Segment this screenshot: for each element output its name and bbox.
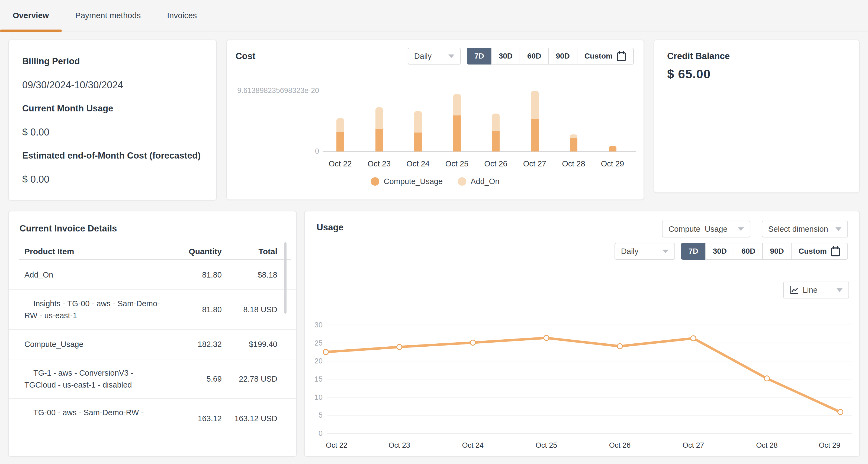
usage-data-point (691, 336, 696, 341)
usage-x-tick: Oct 24 (462, 441, 484, 450)
col-total: Total (222, 247, 277, 256)
current-month-usage-label: Current Month Usage (22, 102, 206, 114)
addon-segment (570, 134, 578, 138)
col-quantity: Quantity (167, 247, 222, 256)
usage-y-tick: 0 (318, 429, 322, 437)
cost-bar-oct-26 (492, 114, 500, 152)
usage-y-tick: 10 (314, 393, 322, 401)
usage-y-tick: 20 (314, 357, 322, 365)
cost-bar-oct-28 (570, 134, 578, 152)
cost-x-tick: Oct 24 (399, 159, 437, 168)
invoice-row: Insights - TG-00 - aws - Sam-Demo-RW - u… (9, 290, 296, 330)
addon-segment (414, 111, 422, 132)
invoice-title: Current Invoice Details (20, 223, 117, 234)
cost-bar-oct-22 (336, 118, 344, 152)
credit-balance-card: Credit Balance $ 65.00 (654, 39, 860, 193)
legend-dot-icon (458, 177, 466, 186)
cost-x-tick: Oct 26 (477, 159, 515, 168)
compute-segment (453, 116, 461, 152)
cost-bar-oct-24 (414, 111, 422, 152)
invoice-item-name: Insights - TG-00 - aws - Sam-Demo-RW - u… (24, 290, 167, 329)
usage-data-point (544, 335, 549, 340)
invoice-item-name: TG-1 - aws - ConversionV3 - TGCloud - us… (24, 360, 167, 398)
estimated-cost-label: Estimated end-of-Month Cost (forecasted) (22, 150, 206, 161)
usage-x-tick: Oct 23 (389, 441, 410, 450)
compute-segment (531, 119, 539, 152)
tab-payment-methods[interactable]: Payment methods (75, 0, 141, 31)
usage-y-tick: 5 (318, 411, 322, 419)
billing-period-card: Billing Period 09/30/2024-10/30/2024 Cur… (8, 39, 217, 200)
invoice-row: Add_On81.80$8.18 (9, 260, 296, 290)
usage-data-point (764, 376, 769, 381)
col-product-item: Product Item (24, 247, 167, 256)
cost-ymax-tick: 9.613898235698323e-20 (227, 87, 319, 95)
invoice-item-total: $199.40 (222, 338, 277, 350)
compute-segment (375, 129, 383, 152)
page-content: Billing Period 09/30/2024-10/30/2024 Cur… (0, 31, 868, 457)
tab-invoices[interactable]: Invoices (167, 0, 197, 31)
legend-item-add_on: Add_On (458, 177, 499, 186)
legend-dot-icon (371, 177, 379, 186)
active-tab-underline (0, 30, 62, 32)
usage-y-tick: 25 (314, 339, 322, 347)
cost-bar-oct-25 (453, 94, 461, 152)
addon-segment (531, 91, 539, 119)
cost-chart-legend: Compute_UsageAdd_On (227, 177, 644, 186)
usage-x-tick: Oct 27 (683, 441, 704, 450)
usage-line-chart: 051015202530Oct 22Oct 23Oct 24Oct 25Oct … (305, 211, 860, 457)
cost-x-tick: Oct 23 (360, 159, 398, 168)
cost-bar-chart: 9.613898235698323e-200Oct 22Oct 23Oct 24… (227, 40, 644, 199)
addon-segment (375, 107, 383, 129)
cost-x-tick: Oct 28 (555, 159, 593, 168)
current-invoice-card: Current Invoice Details Product Item Qua… (8, 211, 297, 457)
cost-top-gridline (323, 91, 636, 91)
invoice-item-quantity: 163.12 (167, 414, 222, 422)
usage-data-point (617, 344, 622, 349)
billing-period-label: Billing Period (22, 55, 206, 67)
cost-x-tick: Oct 27 (516, 159, 554, 168)
usage-data-point (397, 344, 402, 350)
compute-segment (492, 131, 500, 152)
usage-x-tick: Oct 25 (536, 441, 557, 450)
invoice-item-total: 163.12 USD (222, 412, 277, 421)
credit-balance-title: Credit Balance (667, 51, 848, 61)
invoice-table-header: Product Item Quantity Total (9, 243, 296, 259)
usage-y-tick: 30 (314, 321, 322, 329)
cost-bar-oct-27 (531, 91, 539, 152)
invoice-scrollbar[interactable] (284, 242, 286, 314)
cost-card: Cost Daily 7D30D60D90DCustom 9.613898235… (226, 39, 644, 200)
invoice-item-quantity: 5.69 (167, 375, 222, 383)
addon-segment (492, 114, 500, 131)
tab-bar: OverviewPayment methodsInvoices (0, 0, 868, 31)
compute-segment (414, 132, 422, 152)
usage-x-tick: Oct 22 (326, 441, 347, 450)
cost-x-axis-line (323, 151, 636, 152)
invoice-item-total: $8.18 (222, 269, 277, 281)
compute-segment (609, 146, 616, 152)
current-month-usage-value: $ 0.00 (22, 126, 206, 139)
invoice-table-body: Add_On81.80$8.18Insights - TG-00 - aws -… (9, 260, 296, 421)
invoice-item-name: TG-00 - aws - Sam-Demo-RW - TGCloud - us… (24, 399, 167, 421)
cost-x-tick: Oct 22 (321, 159, 359, 168)
tab-overview[interactable]: Overview (13, 0, 49, 31)
usage-data-point (470, 340, 475, 345)
compute-segment (336, 132, 344, 152)
cost-x-tick: Oct 29 (594, 159, 631, 168)
billing-period-value: 09/30/2024-10/30/2024 (22, 79, 206, 92)
invoice-item-total: 22.78 USD (222, 373, 277, 385)
addon-segment (453, 94, 461, 116)
invoice-item-name: Compute_Usage (24, 330, 167, 359)
usage-data-point (323, 349, 329, 354)
credit-balance-amount: $ 65.00 (667, 67, 848, 81)
addon-segment (336, 118, 344, 132)
compute-segment (570, 138, 578, 152)
cost-ymin-tick: 0 (227, 147, 319, 156)
usage-y-tick: 15 (314, 375, 322, 383)
invoice-row: TG-00 - aws - Sam-Demo-RW - TGCloud - us… (9, 399, 296, 421)
cost-bar-oct-29 (609, 146, 616, 152)
invoice-row: Compute_Usage182.32$199.40 (9, 330, 296, 360)
cost-x-tick: Oct 25 (438, 159, 476, 168)
usage-x-tick: Oct 26 (609, 441, 631, 450)
estimated-cost-value: $ 0.00 (22, 173, 206, 186)
invoice-item-name: Add_On (24, 260, 167, 289)
